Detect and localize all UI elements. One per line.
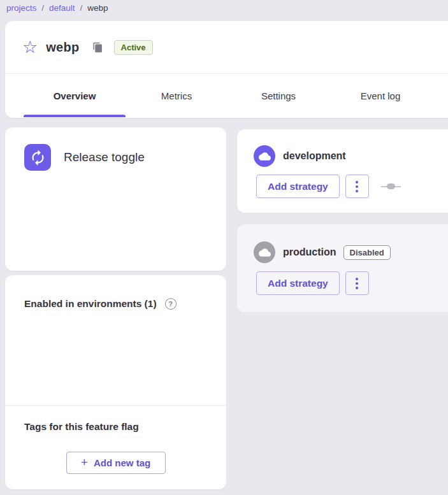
kebab-menu-button[interactable]: [345, 271, 369, 295]
release-toggle-icon: [24, 144, 51, 171]
environment-panel-name: production: [283, 247, 336, 258]
indicator-dot: [387, 183, 395, 189]
environments-title-row: Enabled in environments (1) ?: [24, 298, 177, 310]
feature-type-label: Release toggle: [64, 150, 145, 164]
disabled-badge: Disabled: [343, 245, 391, 260]
environments-card: Enabled in environments (1) ? developmen…: [5, 275, 226, 489]
breadcrumb-separator: /: [41, 3, 44, 13]
tab-metrics[interactable]: Metrics: [126, 74, 228, 117]
kebab-dot: [356, 190, 358, 192]
production-environment-panel: production Disabled Add strategy: [237, 224, 448, 312]
tab-overview[interactable]: Overview: [24, 74, 126, 117]
production-panel-actions: Add strategy: [256, 271, 369, 295]
breadcrumb-current: webp: [87, 3, 108, 13]
development-panel-actions: Add strategy: [256, 175, 401, 198]
card-divider: [5, 405, 226, 406]
kebab-dot: [356, 181, 358, 183]
environment-panel-name: development: [283, 150, 346, 162]
status-badge: Active: [114, 40, 153, 55]
breadcrumb-projects-link[interactable]: projects: [6, 3, 36, 13]
environments-title: Enabled in environments (1): [24, 298, 157, 310]
tab-overview-label: Overview: [54, 90, 96, 101]
favorite-star-icon[interactable]: ☆: [22, 39, 38, 56]
tags-section-title: Tags for this feature flag: [24, 421, 139, 433]
kebab-dot: [356, 185, 358, 188]
breadcrumb-default-link[interactable]: default: [49, 3, 75, 13]
development-environment-panel: development Add strategy: [237, 129, 448, 213]
cloud-icon: [254, 241, 275, 263]
breadcrumb: projects / default / webp: [6, 0, 108, 15]
feature-type-row: Release toggle: [24, 144, 145, 171]
cloud-icon: [254, 145, 275, 167]
add-new-tag-button[interactable]: + Add new tag: [66, 452, 166, 474]
production-panel-header: production Disabled: [254, 241, 391, 263]
add-strategy-button[interactable]: Add strategy: [256, 175, 340, 198]
tab-settings[interactable]: Settings: [228, 74, 329, 117]
feature-flag-title: webp: [46, 40, 79, 55]
add-strategy-button[interactable]: Add strategy: [256, 271, 340, 295]
tab-metrics-label: Metrics: [161, 90, 192, 101]
breadcrumb-separator: /: [80, 3, 83, 13]
add-new-tag-label: Add new tag: [94, 457, 150, 468]
kebab-dot: [356, 282, 358, 285]
plus-icon: +: [81, 456, 88, 468]
copy-name-icon[interactable]: [92, 42, 103, 53]
feature-flag-overview-page: projects / default / webp ☆ webp Active …: [0, 0, 448, 495]
tab-event-log-label: Event log: [361, 90, 401, 101]
tab-event-log[interactable]: Event log: [329, 74, 431, 117]
help-icon[interactable]: ?: [165, 298, 177, 310]
last-seen-indicator-icon: [381, 183, 401, 189]
feature-details-card: Release toggle Project: default No descr…: [5, 127, 226, 271]
active-tab-underline: [24, 115, 126, 117]
feature-tabs: Overview Metrics Settings Event log: [5, 74, 448, 117]
feature-header-card: ☆ webp Active Overview Metrics Settings …: [5, 21, 448, 118]
tab-settings-label: Settings: [261, 90, 296, 101]
feature-header-row: ☆ webp Active: [5, 21, 448, 74]
development-panel-header: development: [254, 145, 346, 167]
kebab-menu-button[interactable]: [345, 175, 369, 198]
kebab-dot: [356, 287, 358, 289]
kebab-dot: [356, 278, 358, 280]
